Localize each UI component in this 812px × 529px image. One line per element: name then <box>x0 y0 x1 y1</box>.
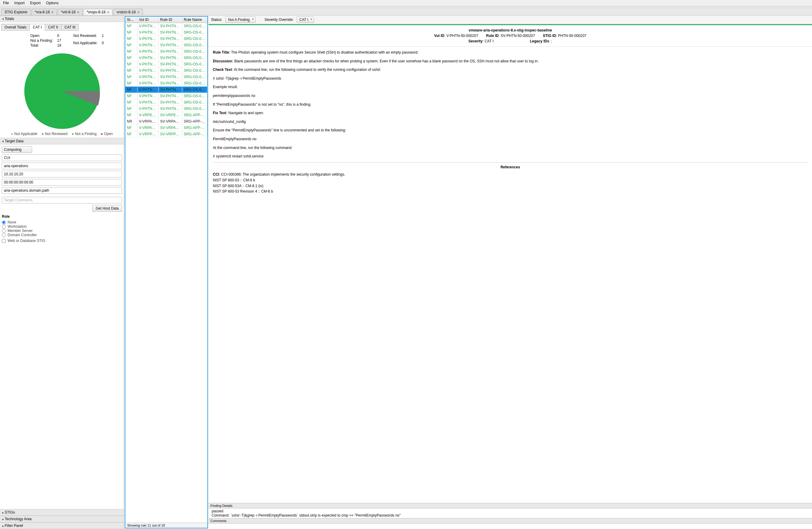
detail-status-bar: Status: Not A Finding Severity Override:… <box>208 15 812 24</box>
category-tabs: Overall TotalsCAT ICAT IICAT III <box>1 24 122 31</box>
legend-nr: Not Reviewed <box>42 132 68 136</box>
finding-details-body: passed Command: `sshd -T|&grep -i Permit… <box>208 509 812 518</box>
check-text: At the command line, run the following c… <box>234 68 381 72</box>
target-data-header[interactable]: Target Data <box>0 138 124 144</box>
grid-footer: Showing rule 11 out of 18 <box>125 523 207 528</box>
col-rulename[interactable]: Rule Name <box>182 17 207 23</box>
cat-tab-cat-ii[interactable]: CAT II <box>45 24 61 31</box>
nist3: NIST SP 800-53 Revision 4 :: CM-6 b <box>213 189 273 194</box>
check-cmd: # sshd -T|&grep -i PermitEmptyPasswords <box>213 76 808 82</box>
table-row[interactable]: NFV-PHTN-50...SV-PHTN-50-...SRG-OS-00047… <box>125 68 207 74</box>
role-label: Role <box>2 214 122 219</box>
target-comments[interactable]: Target Comments <box>2 197 122 203</box>
detail-header: vmware-aria-operations-8.x-stig-inspec-b… <box>208 24 812 46</box>
col-ruleid[interactable]: Rule ID <box>159 17 182 23</box>
table-row[interactable]: NFV-PHTN-50...SV-PHTN-50-...SRG-OS-00007… <box>125 29 207 36</box>
target-field-0[interactable]: CUI <box>2 154 122 161</box>
nr-count: 1 <box>102 33 104 40</box>
close-icon[interactable]: ✕ <box>137 11 140 14</box>
close-icon[interactable]: ✕ <box>77 11 79 14</box>
fix-val: PermitEmptyPasswords no <box>213 136 808 142</box>
vul-id: V-PHTN-50-000207 <box>446 33 478 38</box>
open-count: 0 <box>57 33 61 38</box>
nist1: NIST SP 800-53 :: CM-6 b <box>213 178 255 182</box>
menubar: FileImportExportOptions <box>0 0 812 6</box>
menu-export[interactable]: Export <box>30 1 41 5</box>
menu-options[interactable]: Options <box>46 1 58 5</box>
severity: CAT I <box>485 39 494 43</box>
target-type-select[interactable]: Computing <box>2 146 32 153</box>
example-label: Example result: <box>213 84 808 90</box>
table-row[interactable]: NFV-VRPA-8X...SV-VRPA-8X-...SRG-APP-0001… <box>125 125 207 131</box>
role-workstation[interactable]: Workstation <box>2 224 122 229</box>
col-vulid[interactable]: Vul ID <box>137 17 159 23</box>
finding-details-header[interactable]: Finding Details <box>208 503 812 509</box>
table-row[interactable]: NFV-PHTN-50...SV-PHTN-50-...SRG-OS-00048… <box>125 93 207 99</box>
nist2: NIST SP 800-53A :: CM-6.1 (iv) <box>213 184 263 188</box>
table-row[interactable]: NFV-PHTN-50...SV-PHTN-50-...SRG-OS-00007… <box>125 36 207 42</box>
legend-na: Not Applicable <box>11 132 37 136</box>
cci: CCI-000366: The organization implements … <box>221 172 345 176</box>
target-field-1[interactable]: aria-operations <box>2 162 122 169</box>
role-member-server[interactable]: Member Server <box>2 229 122 233</box>
web-db-stig-check[interactable]: Web or Database STIG <box>2 239 122 243</box>
table-row[interactable]: NFV-PHTN-50...SV-PHTN-50-...SRG-OS-00048… <box>125 74 207 80</box>
table-row[interactable]: NFV-PHTN-50...SV-PHTN-50-...SRG-OS-00036… <box>125 61 207 68</box>
tab-vrli818[interactable]: *vrli-8-18✕ <box>58 9 83 15</box>
cat-tab-cat-iii[interactable]: CAT III <box>61 24 79 31</box>
get-host-data-button[interactable]: Get Host Data <box>92 205 122 212</box>
tab-vra818[interactable]: *vra-8-18✕ <box>31 9 57 15</box>
fix-run: At the command line, run the following c… <box>213 145 808 151</box>
totals-header[interactable]: Totals <box>0 15 124 22</box>
table-row[interactable]: NFV-PHTN-50...SV-PHTN-50-...SRG-OS-00036… <box>125 80 207 87</box>
col-status[interactable]: Status <box>125 17 137 23</box>
tech-area-panel[interactable]: Technology Area <box>0 516 124 522</box>
legend-nf: Not a Finding <box>72 132 97 136</box>
menu-file[interactable]: File <box>3 1 9 5</box>
chart-legend: Not Applicable Not Reviewed Not a Findin… <box>0 132 124 136</box>
table-row[interactable]: NFV-PHTN-50...SV-PHTN-50-...SRG-OS-00032… <box>125 55 207 61</box>
table-row[interactable]: NRV-VRPA-8X...SV-VRPA-8X-...SRG-APP-0001… <box>125 118 207 125</box>
total-count: 18 <box>57 43 61 47</box>
table-row[interactable]: NFV-PHTN-50...SV-PHTN-50-...SRG-OS-00025… <box>125 42 207 48</box>
cat-tab-cat-i[interactable]: CAT I <box>29 24 45 31</box>
table-row[interactable]: NFV-PHTN-50...SV-PHTN-50-...SRG-OS-00048… <box>125 87 207 93</box>
tab-vrslcm818[interactable]: vrslcm-8-18✕ <box>113 9 143 15</box>
detail-body: Rule Title: The Photon operating system … <box>208 46 812 503</box>
check-finding: If "PermitEmptyPasswords" is not set to … <box>213 102 808 108</box>
nf-count: 17 <box>57 39 61 43</box>
baseline-title: vmware-aria-operations-8.x-stig-inspec-b… <box>212 28 808 32</box>
rule-id: SV-PHTN-50-000207 <box>501 33 535 38</box>
status-dropdown[interactable]: Not A Finding <box>225 17 255 23</box>
role-none[interactable]: None <box>2 220 122 224</box>
target-field-3[interactable]: 00:00:00:00:00:00 <box>2 179 122 186</box>
table-row[interactable]: NFV-PHTN-50...SV-PHTN-50-...SRG-OS-00048… <box>125 106 207 112</box>
menu-import[interactable]: Import <box>14 1 25 5</box>
table-row[interactable]: NFV-PHTN-50...SV-PHTN-50-...SRG-OS-00003… <box>125 23 207 29</box>
comments-header[interactable]: Comments <box>208 518 812 524</box>
table-row[interactable]: NFV-VRPE-8X-...SV-VRPE-8X-...SRG-APP-000… <box>125 112 207 118</box>
severity-override-label: Severity Override: <box>265 17 294 22</box>
role-domain-controller[interactable]: Domain Controller <box>2 233 122 237</box>
stigs-panel[interactable]: STIGs <box>0 509 124 516</box>
na-count: 0 <box>102 41 104 47</box>
fix-nav: Navigate to and open: <box>228 111 264 115</box>
comments-body[interactable] <box>208 524 812 529</box>
table-row[interactable]: NFV-PHTN-50...SV-PHTN-50-...SRG-OS-00025… <box>125 99 207 106</box>
target-field-2[interactable]: 10.10.10.20 <box>2 171 122 177</box>
fix-cmd: # systemctl restart sshd.service <box>213 154 808 159</box>
table-row[interactable]: NFV-PHTN-50...SV-PHTN-50-...SRG-OS-00027… <box>125 48 207 55</box>
rule-grid-header: Status Vul ID Rule ID Rule Name <box>125 17 207 23</box>
target-field-4[interactable]: aria-operations.domain.path <box>2 187 122 194</box>
example-result: permitemptypasswords no <box>213 93 808 99</box>
tab-vrops818[interactable]: *vrops-8-18✕ <box>83 9 113 15</box>
close-icon[interactable]: ✕ <box>51 11 54 14</box>
tab-stigexplorer[interactable]: STIG Explorer <box>1 9 31 15</box>
cat-tab-overall-totals[interactable]: Overall Totals <box>1 24 30 31</box>
filter-panel[interactable]: Filter Panel <box>0 522 124 529</box>
web-db-stig-label: Web or Database STIG <box>8 239 45 243</box>
severity-dropdown[interactable]: CAT I <box>297 17 314 23</box>
table-row[interactable]: NFV-VRPP-8X...SV-VRPP-8X-...SRG-APP-0001… <box>125 131 207 138</box>
pie-chart <box>0 49 124 132</box>
close-icon[interactable]: ✕ <box>107 11 109 14</box>
